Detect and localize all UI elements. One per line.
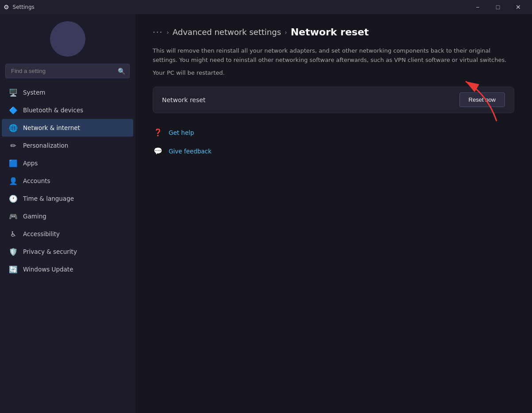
sidebar-item-label-accessibility: Accessibility	[23, 230, 60, 237]
privacy-icon: 🛡️	[9, 247, 18, 256]
give-feedback-item[interactable]: 💬 Give feedback	[153, 144, 514, 158]
network-icon: 🌐	[9, 123, 18, 132]
bluetooth-icon: 🔷	[9, 106, 18, 115]
sidebar-item-personalization[interactable]: ✏️Personalization	[2, 137, 133, 154]
system-icon: 🖥️	[9, 88, 18, 97]
titlebar-left: ⚙️ Settings	[4, 4, 35, 11]
accounts-icon: 👤	[9, 176, 18, 185]
breadcrumb-sep1: ›	[166, 29, 169, 36]
personalization-icon: ✏️	[9, 141, 18, 150]
minimize-button[interactable]: −	[467, 0, 488, 14]
app-container: 🔍 🖥️System🔷Bluetooth & devices🌐Network &…	[0, 14, 532, 413]
sidebar-item-label-bluetooth: Bluetooth & devices	[23, 107, 83, 114]
network-reset-card: Network reset Reset now	[153, 87, 514, 113]
sidebar-item-label-personalization: Personalization	[23, 142, 68, 149]
time-icon: 🕐	[9, 194, 18, 203]
sidebar-item-label-accounts: Accounts	[23, 177, 50, 184]
accessibility-icon: ♿	[9, 229, 18, 238]
get-help-item[interactable]: ❓ Get help	[153, 126, 514, 140]
sidebar-item-apps[interactable]: 🟦Apps	[2, 154, 133, 172]
close-button[interactable]: ✕	[508, 0, 528, 14]
sidebar-item-time[interactable]: 🕐Time & language	[2, 190, 133, 207]
breadcrumb-current: Network reset	[291, 27, 369, 38]
sidebar-item-label-system: System	[23, 89, 45, 96]
sidebar-item-label-gaming: Gaming	[23, 213, 46, 220]
sidebar-items: 🖥️System🔷Bluetooth & devices🌐Network & i…	[0, 84, 135, 278]
give-feedback-icon: 💬	[153, 146, 163, 157]
breadcrumb: ··· › Advanced network settings › Networ…	[153, 27, 514, 38]
sidebar-item-gaming[interactable]: 🎮Gaming	[2, 207, 133, 225]
avatar	[50, 21, 85, 57]
search-icon: 🔍	[118, 68, 125, 75]
reset-now-button[interactable]: Reset now	[459, 92, 505, 107]
restart-note: Your PC will be restarted.	[153, 69, 514, 76]
search-input[interactable]	[5, 64, 130, 78]
titlebar-controls: − □ ✕	[467, 0, 528, 14]
sidebar-item-bluetooth[interactable]: 🔷Bluetooth & devices	[2, 101, 133, 119]
sidebar-item-label-network: Network & internet	[23, 124, 80, 131]
sidebar-item-label-time: Time & language	[23, 195, 74, 202]
content-area: ··· › Advanced network settings › Networ…	[135, 14, 532, 413]
sidebar-item-privacy[interactable]: 🛡️Privacy & security	[2, 243, 133, 260]
sidebar-item-label-privacy: Privacy & security	[23, 248, 77, 255]
get-help-label[interactable]: Get help	[169, 129, 194, 136]
titlebar: ⚙️ Settings − □ ✕	[0, 0, 532, 14]
sidebar-item-network[interactable]: 🌐Network & internet	[2, 119, 133, 137]
sidebar: 🔍 🖥️System🔷Bluetooth & devices🌐Network &…	[0, 14, 135, 413]
search-bar: 🔍	[5, 64, 130, 78]
give-feedback-label[interactable]: Give feedback	[169, 148, 212, 155]
breadcrumb-sep2: ›	[285, 29, 287, 36]
sidebar-item-accounts[interactable]: 👤Accounts	[2, 172, 133, 190]
breadcrumb-link[interactable]: Advanced network settings	[173, 27, 281, 37]
sidebar-item-label-update: Windows Update	[23, 266, 73, 273]
description-text: This will remove then reinstall all your…	[153, 46, 514, 65]
breadcrumb-dots: ···	[153, 27, 163, 37]
gaming-icon: 🎮	[9, 212, 18, 221]
maximize-button[interactable]: □	[488, 0, 508, 14]
apps-icon: 🟦	[9, 159, 18, 168]
sidebar-item-update[interactable]: 🔄Windows Update	[2, 260, 133, 278]
sidebar-item-accessibility[interactable]: ♿Accessibility	[2, 225, 133, 243]
sidebar-item-system[interactable]: 🖥️System	[2, 84, 133, 101]
sidebar-item-label-apps: Apps	[23, 160, 38, 167]
get-help-icon: ❓	[153, 127, 163, 138]
settings-icon: ⚙️	[4, 4, 9, 11]
titlebar-title: Settings	[13, 4, 35, 10]
update-icon: 🔄	[9, 265, 18, 274]
help-links: ❓ Get help 💬 Give feedback	[153, 126, 514, 158]
reset-card-label: Network reset	[162, 96, 205, 103]
